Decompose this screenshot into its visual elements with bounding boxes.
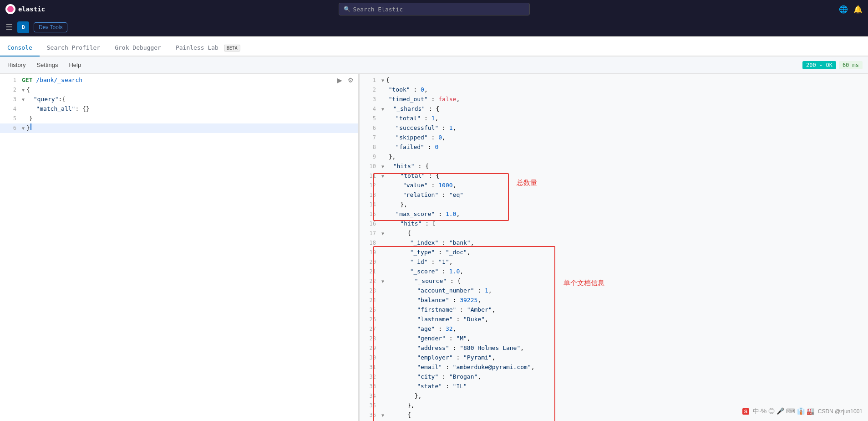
response-line-7: 7 "skipped" : 0, — [360, 133, 868, 143]
tab-painless-lab[interactable]: Painless Lab BETA — [168, 40, 248, 56]
fold-arrow-6[interactable]: ▼ — [22, 125, 25, 132]
tab-console[interactable]: Console — [0, 40, 40, 56]
editor-content[interactable]: 1 GET /bank/_search 2 ▼ { 3 ▼ "query":{ … — [0, 74, 358, 135]
time-badge: 60 ms — [839, 61, 863, 69]
nav-tabs: Console Search Profiler Grok Debugger Pa… — [0, 36, 868, 56]
response-line-1: 1 ▼ { — [360, 76, 868, 85]
response-line-33: 33 "state" : "IL" — [360, 382, 868, 391]
tab-grok-debugger[interactable]: Grok Debugger — [107, 40, 168, 56]
history-button[interactable]: History — [5, 61, 27, 69]
response-line-26: 26 "lastname" : "Duke", — [360, 315, 868, 324]
response-line-22: 22 ▼ "_source" : { — [360, 277, 868, 286]
hamburger-menu[interactable]: ☰ — [5, 22, 13, 32]
response-line-10: 10 ▼ "hits" : { — [360, 162, 868, 171]
response-panel: 1 ▼ { 2 "took" : 0, 3 "timed_out" : fals… — [360, 74, 868, 421]
response-line-32: 32 "city" : "Brogan", — [360, 372, 868, 382]
response-line-30: 30 "employer" : "Pyrami", — [360, 353, 868, 363]
resp-fold-10[interactable]: ▼ — [381, 163, 384, 170]
response-line-8: 8 "failed" : 0 — [360, 143, 868, 152]
topbar-left: elastic — [5, 4, 45, 14]
response-line-11: 11 ▼ "total" : { — [360, 171, 868, 181]
response-line-4: 4 ▼ "_shards" : { — [360, 104, 868, 114]
main-content: 1 GET /bank/_search 2 ▼ { 3 ▼ "query":{ … — [0, 74, 868, 421]
response-line-12: 12 "value" : 1000, — [360, 181, 868, 190]
response-line-34: 34 ▼ }, — [360, 391, 868, 401]
fold-arrow-3[interactable]: ▼ — [22, 96, 25, 103]
user-avatar[interactable]: D — [17, 21, 29, 33]
response-line-28: 28 "gender" : "M", — [360, 334, 868, 344]
csdn-icons: 中·% ◎ 🎤 ⌨ 👔 🏭 — [753, 407, 814, 416]
topbar-right: 🌐 🔔 — [839, 5, 863, 14]
editor-line-3: 3 ▼ "query":{ — [0, 95, 358, 104]
response-line-19: 19 "_type" : "_doc", — [360, 248, 868, 257]
search-bar-container: 🔍 Search Elastic — [339, 3, 530, 15]
bell-icon[interactable]: 🔔 — [853, 5, 863, 14]
devtools-button[interactable]: Dev Tools — [34, 22, 67, 32]
response-line-15: 15 "max_score" : 1.0, — [360, 210, 868, 219]
response-line-5: 5 "total" : 1, — [360, 114, 868, 123]
csdn-text: CSDN @zjun1001 — [818, 408, 863, 415]
response-line-18: 18 "_index" : "bank", — [360, 238, 868, 248]
response-line-16: 16 ▼ "hits" : [ — [360, 219, 868, 229]
help-button[interactable]: Help — [67, 61, 83, 69]
editor-icons: ▶ ⚙ — [336, 76, 355, 85]
annotation-label-doc: 单个文档信息 — [563, 279, 604, 288]
search-placeholder: Search Elastic — [353, 6, 403, 13]
elastic-logo-inner — [7, 6, 14, 12]
response-line-3: 3 "timed_out" : false, — [360, 95, 868, 104]
response-content: 1 ▼ { 2 "took" : 0, 3 "timed_out" : fals… — [360, 74, 868, 421]
toolbar-right: 200 - OK 60 ms — [802, 61, 863, 69]
response-line-20: 20 "_id" : "1", — [360, 257, 868, 267]
response-line-29: 29 "address" : "880 Holmes Lane", — [360, 344, 868, 353]
panel-divider[interactable]: ⋮ — [357, 74, 359, 421]
response-line-2: 2 "took" : 0, — [360, 85, 868, 95]
fold-arrow-2[interactable]: ▼ — [22, 87, 25, 94]
editor-panel: 1 GET /bank/_search 2 ▼ { 3 ▼ "query":{ … — [0, 74, 360, 421]
response-line-24: 24 "balance" : 39225, — [360, 296, 868, 305]
response-line-21: 21 "_score" : 1.0, — [360, 267, 868, 277]
search-bar[interactable]: 🔍 Search Elastic — [339, 3, 530, 15]
csdn-logo: S — [742, 408, 749, 415]
topbar: elastic 🔍 Search Elastic 🌐 🔔 — [0, 0, 868, 18]
toolbar-left: History Settings Help — [5, 61, 83, 69]
resp-fold-4[interactable]: ▼ — [381, 106, 384, 113]
csdn-watermark: S 中·% ◎ 🎤 ⌨ 👔 🏭 CSDN @zjun1001 — [742, 407, 863, 416]
response-line-27: 27 "age" : 32, — [360, 324, 868, 334]
status-badge: 200 - OK — [802, 61, 836, 69]
code-get: GET — [22, 76, 32, 85]
editor-line-6: 6 ▼ } — [0, 123, 358, 133]
beta-badge: BETA — [224, 45, 240, 51]
response-line-31: 31 "email" : "amberduke@pyrami.com", — [360, 363, 868, 372]
elastic-logo: elastic — [5, 4, 45, 14]
secondbar: ☰ D Dev Tools — [0, 18, 868, 36]
response-line-9: 9 }, — [360, 152, 868, 162]
elastic-logo-icon — [5, 4, 15, 14]
elastic-logo-text: elastic — [18, 5, 45, 13]
resp-fold-36[interactable]: ▼ — [381, 412, 384, 419]
response-line-14: 14 ▼ }, — [360, 200, 868, 210]
response-line-25: 25 "firstname" : "Amber", — [360, 305, 868, 315]
cursor — [30, 123, 31, 130]
run-button[interactable]: ▶ — [336, 76, 343, 85]
response-line-6: 6 "successful" : 1, — [360, 123, 868, 133]
toolbar: History Settings Help 200 - OK 60 ms — [0, 56, 868, 74]
settings-button[interactable]: Settings — [35, 61, 60, 69]
response-line-17: 17 ▼ { — [360, 229, 868, 238]
editor-line-4: 4 "match_all": {} — [0, 104, 358, 114]
response-line-13: 13 "relation" : "eq" — [360, 190, 868, 200]
tab-search-profiler[interactable]: Search Profiler — [40, 40, 107, 56]
resp-fold-1[interactable]: ▼ — [381, 77, 384, 84]
editor-line-2: 2 ▼ { — [0, 85, 358, 95]
resp-fold-17[interactable]: ▼ — [381, 230, 384, 237]
search-icon: 🔍 — [344, 6, 350, 12]
globe-icon[interactable]: 🌐 — [839, 5, 848, 14]
response-line-23: 23 "account_number" : 1, — [360, 286, 868, 296]
editor-line-5: 5 } — [0, 114, 358, 123]
editor-line-1: 1 GET /bank/_search — [0, 76, 358, 85]
resp-fold-22[interactable]: ▼ — [381, 278, 384, 285]
resp-fold-11[interactable]: ▼ — [381, 173, 384, 180]
annotation-label-total: 总数量 — [517, 179, 537, 187]
code-path: /bank/_search — [36, 76, 82, 85]
copy-button[interactable]: ⚙ — [347, 76, 355, 85]
